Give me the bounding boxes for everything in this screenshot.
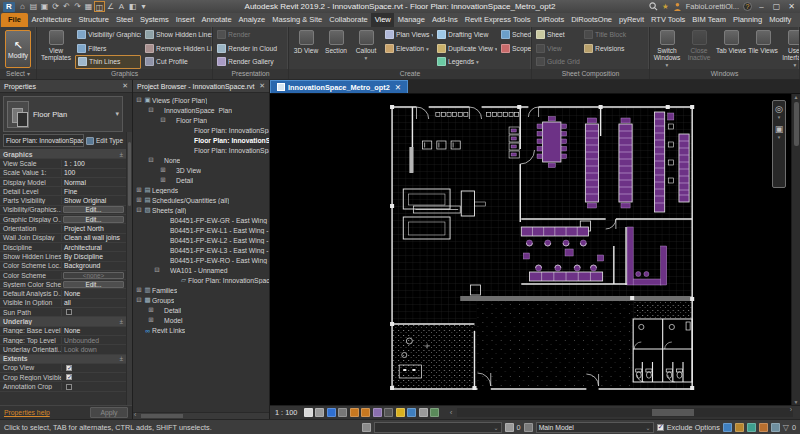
tree-item[interactable]: ⊟ InnovationSpace_Plan xyxy=(133,105,269,115)
property-row[interactable]: Sun Path xyxy=(0,308,126,317)
floor-plan-svg[interactable] xyxy=(270,94,800,405)
property-value[interactable]: By Discipline xyxy=(62,252,126,260)
property-value[interactable]: None xyxy=(62,289,126,297)
tree-item[interactable]: ⊞ ▤ Legends xyxy=(133,185,269,195)
property-value[interactable]: None xyxy=(62,327,126,335)
tree-expander-icon[interactable]: ⊟ xyxy=(153,266,161,274)
tree-item[interactable]: Floor Plan: InnovationSpace_M xyxy=(133,145,269,155)
restore-button[interactable]: ▢ xyxy=(771,2,782,11)
select-panel-label[interactable]: Select ▾ xyxy=(0,69,36,79)
temporary-hide-icon[interactable] xyxy=(384,408,393,417)
help-icon[interactable]: ? xyxy=(743,2,752,11)
home-icon[interactable]: ⌂ xyxy=(17,1,28,12)
tree-item[interactable]: B04451-FP-EW-L3 - East Wing - Level 3 xyxy=(133,245,269,255)
worksharing-status-icon[interactable] xyxy=(723,423,732,432)
ribbon-button[interactable]: Filters xyxy=(75,42,141,56)
tree-expander-icon[interactable]: ⊟ xyxy=(147,106,155,114)
links-status-icon[interactable] xyxy=(771,423,780,432)
tree-item[interactable]: Floor Plan: InnovationSpace_M xyxy=(133,135,269,145)
property-value[interactable]: Edit... xyxy=(63,206,124,213)
tree-expander-icon[interactable]: ⊞ xyxy=(135,196,143,204)
save-icon[interactable]: ▣ xyxy=(39,1,50,12)
tree-item[interactable]: Floor Plan: InnovationSpace_M xyxy=(133,125,269,135)
ribbon-button[interactable]: Plan Views xyxy=(383,28,433,42)
property-row[interactable]: Underlay Orientati... Look down xyxy=(0,345,126,354)
measure-icon[interactable]: ∠ xyxy=(105,1,116,12)
edit-type-button[interactable]: Edit Type xyxy=(86,134,123,147)
active-workset-combo[interactable]: ⌄ xyxy=(374,422,502,433)
tree-expander-icon[interactable]: ⊞ xyxy=(135,186,143,194)
ribbon-tab[interactable]: Modify xyxy=(766,13,795,27)
scroll-up-icon[interactable]: ▲ xyxy=(794,94,799,100)
property-value[interactable]: Clean all wall joins xyxy=(62,234,126,242)
property-value[interactable]: Unbounded xyxy=(62,336,126,344)
tree-expander-icon[interactable]: ⊟ xyxy=(147,156,155,164)
property-row[interactable]: Underlay xyxy=(0,317,126,326)
ribbon-tab[interactable]: Architecture xyxy=(28,13,75,27)
property-checkbox[interactable] xyxy=(66,309,72,315)
filter-icon[interactable]: ▽ xyxy=(783,423,789,432)
teamwork-icon[interactable]: ◫ xyxy=(94,1,105,12)
ribbon-button[interactable]: Render xyxy=(215,28,287,42)
ribbon-tab[interactable]: pyRevit xyxy=(616,13,648,27)
scroll-down-icon[interactable]: ▼ xyxy=(794,399,799,405)
property-row[interactable]: Visible In Option all xyxy=(0,299,126,308)
property-value[interactable]: 100 xyxy=(62,169,126,177)
create-panel-label[interactable]: Create xyxy=(289,69,531,79)
scroll-left-icon[interactable]: ‹ xyxy=(450,408,453,417)
ribbon-button[interactable]: Show Hidden Lines xyxy=(143,28,212,42)
tree-item[interactable]: B04451-FP-EW-L2 - East Wing - Level 2 xyxy=(133,235,269,245)
navigation-bar[interactable]: ◎ ▾ ▣ ▾ xyxy=(772,100,786,188)
print-icon[interactable]: ▦ xyxy=(83,1,94,12)
apply-button[interactable]: Apply xyxy=(90,407,128,418)
ribbon-tab[interactable]: Massing & Site xyxy=(269,13,326,27)
ribbon-big-button[interactable]: User Interface xyxy=(780,28,799,69)
ribbon-tab[interactable]: Structure xyxy=(75,13,112,27)
3d-view-icon[interactable]: ◧ xyxy=(127,1,138,12)
ribbon-big-button[interactable]: Close Inactive xyxy=(684,28,714,69)
property-row[interactable]: Show Hidden Lines By Discipline xyxy=(0,252,126,261)
ribbon-big-button[interactable]: 3D View xyxy=(291,28,321,62)
tree-item[interactable]: B04451-FP-EW-RO - East Wing - Roof xyxy=(133,255,269,265)
property-value[interactable]: Normal xyxy=(62,178,126,186)
sync-icon[interactable]: ⟳ xyxy=(50,1,61,12)
worksharing-display-icon[interactable] xyxy=(407,408,416,417)
close-tab-icon[interactable]: ✕ xyxy=(393,83,401,92)
view-scale-button[interactable]: 1 : 100 xyxy=(275,408,297,417)
type-selector[interactable]: Floor Plan ▾ xyxy=(3,96,123,132)
detail-level-icon[interactable] xyxy=(304,408,313,417)
property-row[interactable]: Extents xyxy=(0,355,126,364)
tree-item[interactable]: ⊞ Detail xyxy=(133,305,269,315)
design-option-combo[interactable]: Main Model⌄ xyxy=(536,422,654,433)
ribbon-button[interactable]: Thin Lines xyxy=(75,55,141,69)
property-row[interactable]: Crop View xyxy=(0,364,126,373)
ribbon-tab[interactable]: Systems xyxy=(137,13,173,27)
tree-expander-icon[interactable]: ⊞ xyxy=(135,286,143,294)
property-row[interactable]: Wall Join Display Clean all wall joins xyxy=(0,234,126,243)
tree-item[interactable]: ⊟ ▧ Sheets (all) xyxy=(133,205,269,215)
property-value[interactable]: all xyxy=(62,299,126,307)
open-icon[interactable]: ▤ xyxy=(28,1,39,12)
tree-expander-icon[interactable]: ⊟ xyxy=(135,96,143,104)
property-row[interactable]: Annotation Crop xyxy=(0,382,126,391)
drawing-viewport[interactable]: ◎ ▾ ▣ ▾ ▲ ▼ xyxy=(270,94,800,405)
ribbon-button[interactable]: Elevation xyxy=(383,42,433,56)
scrollbar-thumb[interactable] xyxy=(794,102,799,146)
scrollbar-thumb[interactable] xyxy=(141,414,183,418)
ribbon-button[interactable]: Render Gallery xyxy=(215,55,287,69)
tree-expander-icon[interactable]: ⊞ xyxy=(147,316,155,324)
property-row[interactable]: Visibility/Graphics... Edit... xyxy=(0,206,126,215)
property-value[interactable] xyxy=(62,382,126,390)
ribbon-button[interactable]: Scope Box xyxy=(499,42,531,56)
steering-wheel-icon[interactable]: ◎ xyxy=(775,104,783,114)
graphics-panel-label[interactable]: Graphics xyxy=(37,69,212,79)
ribbon-button[interactable]: Title Block xyxy=(582,28,644,42)
tree-expander-icon[interactable]: ⊞ xyxy=(159,166,167,174)
ribbon-tab[interactable]: Add-Ins xyxy=(428,13,461,27)
ribbon-button[interactable]: Cut Profile xyxy=(143,55,212,69)
property-value[interactable]: Architectural xyxy=(62,243,126,251)
property-value[interactable] xyxy=(62,373,126,381)
tree-item[interactable]: ⊟ None xyxy=(133,155,269,165)
workset-status-icon[interactable] xyxy=(747,423,756,432)
tree-item[interactable]: B04451-FP-EW-GR - East Wing - Groun xyxy=(133,215,269,225)
